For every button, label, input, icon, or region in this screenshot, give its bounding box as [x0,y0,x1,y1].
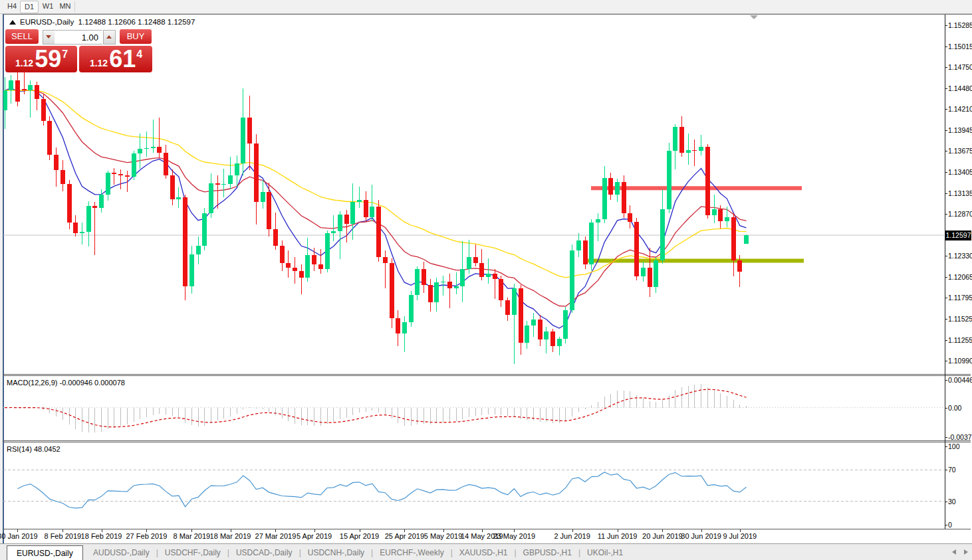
time-axis-label: 11 Jun 2019 [598,532,638,540]
volume-input[interactable] [55,30,102,45]
sell-price-prefix: 1.12 [15,58,33,68]
rsi-axis-label: 0 [948,521,952,529]
macd-panel[interactable] [3,377,944,440]
rsi-axis-tick [945,470,947,470]
price-axis-line [945,15,945,529]
tab-eurchf-weekly[interactable]: EURCHF-,Weekly [373,548,450,557]
macd-axis-tick [945,437,947,438]
tab-audusd-daily[interactable]: AUDUSD-,Daily [86,548,156,557]
time-axis-label: 2 Jun 2019 [554,532,590,540]
timeframe-button-h4[interactable]: H4 [4,1,20,12]
spinner-down-icon [46,35,51,39]
price-axis-label: 1.15285 [948,21,972,29]
buy-price-prefix: 1.12 [90,58,108,68]
price-axis-tick [945,340,947,341]
tab-usdcad-daily[interactable]: USDCAD-,Daily [229,548,299,557]
price-axis-label: 1.10990 [948,357,972,365]
price-axis-tick [945,130,947,131]
time-axis-label: 30 Jan 2019 [0,532,38,540]
price-axis-tick [945,319,947,320]
price-axis-tick [945,298,947,298]
time-axis-label: 5 May 2019 [424,532,462,540]
price-axis-tick [945,109,947,110]
time-axis-label: 27 Mar 2019 [255,532,297,540]
tab-usdcnh-daily[interactable]: USDCNH-,Daily [301,548,371,557]
buy-price-main: 61 [109,46,136,72]
timeframe-toolbar: H4D1W1MN [0,0,972,14]
price-axis-label: 1.12065 [948,273,972,281]
buy-price-pip: 4 [136,48,142,60]
time-axis-label: 8 Mar 2019 [173,532,210,540]
rsi-axis-tick [945,446,947,447]
macd-axis-label: -0.003715 [948,433,972,441]
spinner-up-icon [106,35,112,39]
price-axis-tick [945,88,947,89]
price-axis-label: 1.13945 [948,126,972,134]
rsi-axis-label: 70 [948,466,956,474]
tab-ukoil-h1[interactable]: UKOil-,H1 [580,548,630,557]
time-axis-label: 23 May 2019 [493,532,535,540]
price-axis-tick [945,193,947,194]
tab-usdchf-daily[interactable]: USDCHF-,Daily [158,548,227,557]
time-axis-label: 5 Apr 2019 [297,532,332,540]
collapse-panel-icon[interactable] [750,15,758,19]
price-axis-tick [945,361,947,361]
price-axis-label: 1.13135 [948,189,972,197]
price-axis-tick [945,151,947,151]
current-price-badge: 1.12597 [945,231,971,240]
sell-button[interactable]: SELL [5,29,39,44]
timeframe-button-d1[interactable]: D1 [20,1,39,13]
timeframe-button-w1[interactable]: W1 [40,1,56,12]
buy-price-box[interactable]: 1.12 61 4 [79,46,152,72]
price-axis-tick [945,214,947,215]
panel-splitter[interactable] [3,375,971,376]
time-axis-label: 18 Feb 2019 [81,532,122,540]
chart-tab-bar: EURUSD-,Daily AUDUSD-,Daily|USDCHF-,Dail… [0,543,972,560]
panel-splitter[interactable] [3,374,971,375]
price-axis-label: 1.12870 [948,210,972,218]
sell-price-pip: 7 [62,48,68,60]
volume-increase-button[interactable] [103,30,116,45]
time-axis-label: 18 Mar 2019 [210,532,251,540]
rsi-axis-tick [945,502,947,502]
price-axis-label: 1.14480 [948,84,972,92]
macd-axis-tick [945,380,947,381]
price-axis-label: 1.11795 [948,294,972,302]
volume-decrease-button[interactable] [43,30,55,45]
price-axis-label: 1.12330 [948,252,972,260]
rsi-panel[interactable] [3,443,944,528]
price-axis-label: 1.13675 [948,147,972,155]
price-axis-label: 1.11255 [948,336,972,344]
tab-scroll-left-icon[interactable] [952,549,956,555]
macd-axis-label: 0.00 [948,404,961,412]
price-axis-label: 1.11525 [948,315,972,323]
price-axis-tick [945,256,947,256]
rsi-label: RSI(14) 48.0452 [7,445,61,453]
tab-xauusd-h1[interactable]: XAUUSD-,H1 [453,548,515,557]
macd-axis-tick [945,408,947,409]
panel-splitter[interactable] [3,442,971,442]
time-axis-separator [3,529,971,529]
rsi-axis-label: 100 [948,442,960,450]
time-axis-label: 8 Feb 2019 [44,532,81,540]
sell-price-main: 59 [35,46,61,72]
macd-label: MACD(12,26,9) -0.000946 0.000078 [7,379,125,387]
price-axis-tick [945,172,947,173]
macd-axis-label: 0.004465 [948,376,972,384]
price-axis-tick [945,47,947,47]
sell-price-box[interactable]: 1.12 59 7 [5,46,77,72]
buy-button[interactable]: BUY [120,29,152,44]
timeframe-button-mn[interactable]: MN [57,1,73,12]
rsi-axis-label: 30 [948,498,956,506]
tab-eurusd-daily[interactable]: EURUSD-,Daily [7,545,83,560]
price-axis-tick [945,25,947,26]
time-axis-label: 9 Jul 2019 [723,532,757,540]
time-axis-label: 27 Feb 2019 [126,532,168,540]
toolbar-separator [74,1,75,12]
time-axis-label: 15 Apr 2019 [340,532,379,540]
tab-gbpusd-h1[interactable]: GBPUSD-,H1 [517,548,578,557]
time-axis-label: 20 Jun 2019 [642,532,683,540]
panel-splitter[interactable] [3,440,971,441]
rsi-axis-tick [945,525,947,525]
tab-scroll-right-icon[interactable] [964,549,968,555]
